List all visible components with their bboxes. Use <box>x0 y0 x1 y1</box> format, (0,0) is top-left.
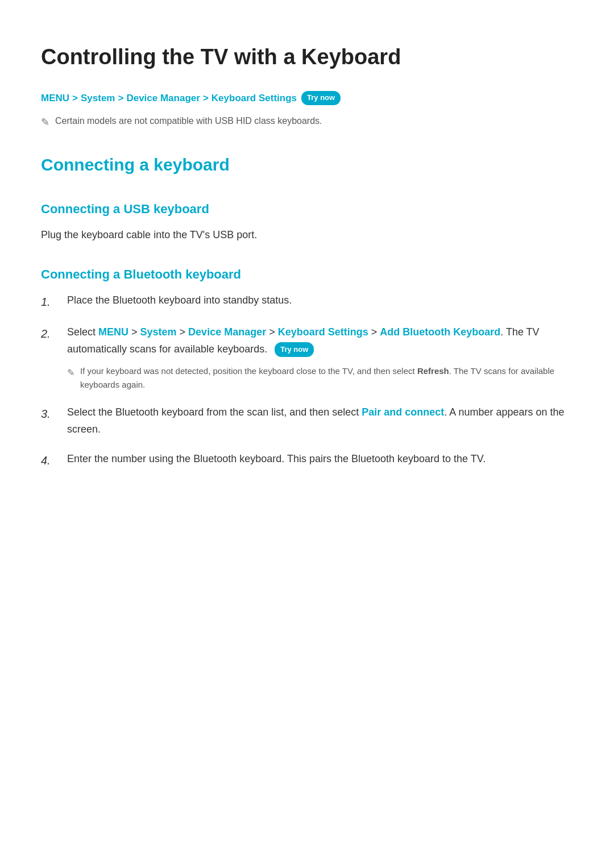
breadcrumb-sep-2: > <box>118 90 123 106</box>
step-number-1: 1. <box>41 293 57 312</box>
step3-pair-connect-link[interactable]: Pair and connect <box>362 406 444 418</box>
subsection-title-usb: Connecting a USB keyboard <box>41 199 573 219</box>
page-title: Controlling the TV with a Keyboard <box>41 40 573 74</box>
step-1-text: Place the Bluetooth keyboard into standb… <box>67 294 292 306</box>
step-2-text: Select MENU > System > Device Manager > … <box>67 326 540 355</box>
subsection-title-bluetooth: Connecting a Bluetooth keyboard <box>41 264 573 284</box>
try-now-badge-top[interactable]: Try now <box>301 91 341 105</box>
step2-add-bluetooth-link[interactable]: Add Bluetooth Keyboard <box>380 326 500 338</box>
breadcrumb-sep-3: > <box>203 90 209 106</box>
list-item: 1. Place the Bluetooth keyboard into sta… <box>41 292 573 312</box>
top-note-text: Certain models are not compatible with U… <box>55 114 322 128</box>
section-title-connecting-keyboard: Connecting a keyboard <box>41 151 573 178</box>
step-3-text: Select the Bluetooth keyboard from the s… <box>67 406 565 435</box>
bluetooth-steps-list: 1. Place the Bluetooth keyboard into sta… <box>41 292 573 470</box>
pencil-icon-inner: ✎ <box>67 366 74 380</box>
breadcrumb-system[interactable]: System <box>81 90 115 106</box>
breadcrumb: MENU > System > Device Manager > Keyboar… <box>41 90 573 106</box>
usb-body-text: Plug the keyboard cable into the TV's US… <box>41 227 573 244</box>
step-number-2: 2. <box>41 325 57 343</box>
list-item: 2. Select MENU > System > Device Manager… <box>41 324 573 392</box>
top-note-row: ✎ Certain models are not compatible with… <box>41 114 573 131</box>
list-item: 4. Enter the number using the Bluetooth … <box>41 451 573 470</box>
step-number-3: 3. <box>41 405 57 423</box>
breadcrumb-keyboard-settings[interactable]: Keyboard Settings <box>211 90 297 106</box>
step-4-content: Enter the number using the Bluetooth key… <box>67 451 573 468</box>
inner-note-text: If your keyboard was not detected, posit… <box>80 364 573 392</box>
try-now-badge-step2[interactable]: Try now <box>275 342 314 356</box>
step2-keyboard-settings-link[interactable]: Keyboard Settings <box>278 326 368 338</box>
step2-menu-link[interactable]: MENU <box>98 326 128 338</box>
pencil-icon: ✎ <box>41 114 49 131</box>
step-4-text: Enter the number using the Bluetooth key… <box>67 453 486 464</box>
step-2-content: Select MENU > System > Device Manager > … <box>67 324 573 392</box>
breadcrumb-menu[interactable]: MENU <box>41 90 69 106</box>
step2-system-link[interactable]: System <box>140 326 177 338</box>
step-3-content: Select the Bluetooth keyboard from the s… <box>67 404 573 438</box>
breadcrumb-sep-1: > <box>72 90 78 106</box>
list-item: 3. Select the Bluetooth keyboard from th… <box>41 404 573 438</box>
step-1-content: Place the Bluetooth keyboard into standb… <box>67 292 573 309</box>
step2-device-manager-link[interactable]: Device Manager <box>188 326 266 338</box>
step-number-4: 4. <box>41 451 57 470</box>
step-2-inner-note: ✎ If your keyboard was not detected, pos… <box>67 364 573 392</box>
breadcrumb-device-manager[interactable]: Device Manager <box>126 90 200 106</box>
